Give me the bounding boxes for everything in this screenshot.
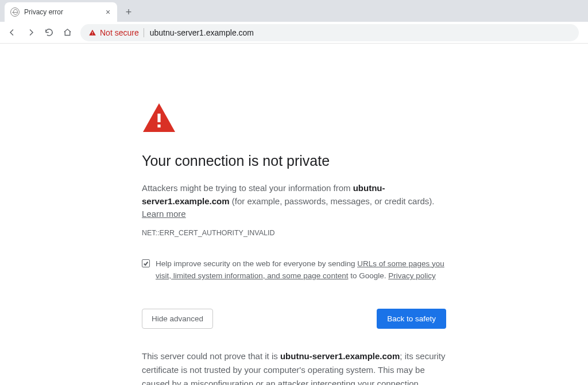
optin-text: Help improve security on the web for eve… (156, 258, 446, 282)
nav-back-button[interactable] (3, 24, 21, 41)
button-row: Hide advanced Back to safety (142, 309, 446, 329)
optin-link-privacy[interactable]: Privacy policy (388, 271, 436, 280)
nav-forward-button[interactable] (22, 24, 39, 41)
address-bar[interactable]: Not secure ubutnu-server1.example.com (80, 24, 579, 41)
close-tab-icon[interactable]: × (103, 7, 113, 17)
browser-toolbar: Not secure ubutnu-server1.example.com (0, 22, 588, 44)
warning-body: Attackers might be trying to steal your … (142, 182, 446, 221)
error-code: NET::ERR_CERT_AUTHORITY_INVALID (142, 229, 446, 237)
learn-more-link[interactable]: Learn more (142, 209, 186, 219)
nav-reload-button[interactable] (40, 24, 57, 41)
warning-body-prefix: Attackers might be trying to steal your … (142, 183, 353, 193)
svg-rect-0 (92, 32, 92, 33)
ssl-warning-panel: Your connection is not private Attackers… (142, 102, 446, 385)
not-secure-label: Not secure (100, 28, 139, 37)
tab-title: Privacy error (24, 8, 103, 16)
omnibox-divider (144, 28, 144, 37)
tab-strip: Privacy error × + (0, 0, 588, 22)
svg-rect-1 (92, 34, 92, 34)
svg-rect-3 (157, 125, 160, 127)
page-content: Your connection is not private Attackers… (0, 44, 588, 385)
warning-triangle-icon (88, 29, 96, 37)
advanced-host: ubutnu-server1.example.com (280, 351, 400, 361)
advanced-prefix: This server could not prove that it is (142, 351, 280, 361)
browser-tab[interactable]: Privacy error × (5, 2, 117, 22)
warning-body-suffix: (for example, passwords, messages, or cr… (230, 196, 435, 206)
new-tab-button[interactable]: + (121, 4, 137, 20)
warning-heading: Your connection is not private (142, 153, 446, 169)
omnibox-url: ubutnu-server1.example.com (150, 28, 254, 37)
back-to-safety-button[interactable]: Back to safety (377, 309, 446, 329)
optin-checkbox[interactable] (142, 259, 150, 267)
optin-row: Help improve security on the web for eve… (142, 258, 446, 282)
optin-text-mid: to Google. (348, 271, 388, 280)
optin-text-prefix: Help improve security on the web for eve… (156, 259, 357, 268)
globe-icon (10, 7, 20, 17)
warning-triangle-large-icon (142, 102, 446, 133)
nav-home-button[interactable] (59, 24, 76, 41)
advanced-explanation: This server could not prove that it is u… (142, 349, 446, 385)
svg-rect-2 (157, 114, 160, 122)
hide-advanced-button[interactable]: Hide advanced (142, 309, 213, 329)
